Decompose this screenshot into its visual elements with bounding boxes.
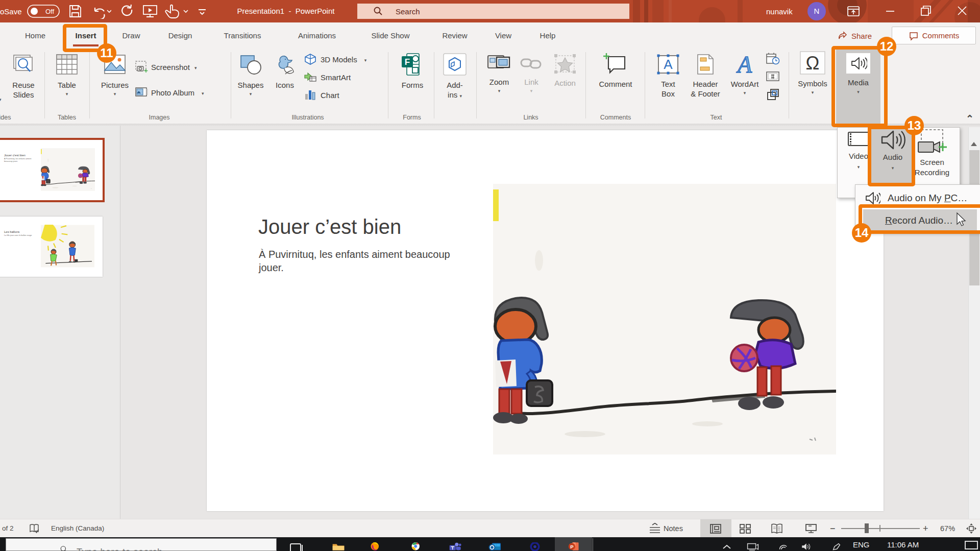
svg-text:A: A [664, 57, 673, 72]
svg-text:A: A [736, 54, 752, 75]
svg-text:F: F [405, 57, 410, 67]
svg-text:P: P [570, 544, 574, 549]
svg-text:Ω: Ω [806, 53, 820, 74]
